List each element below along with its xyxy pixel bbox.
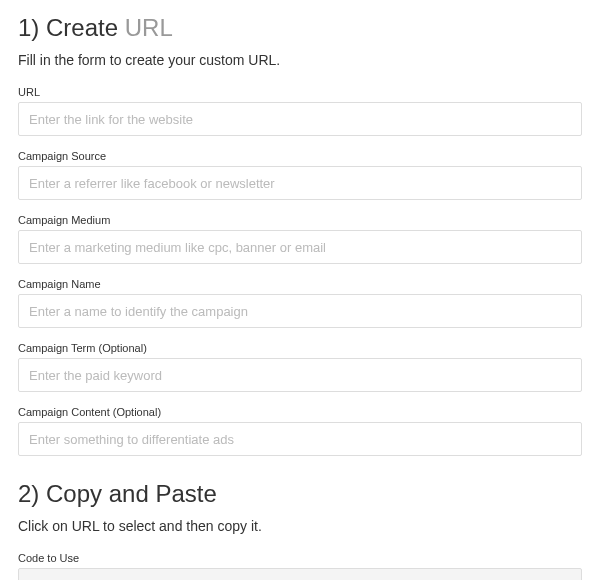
medium-label: Campaign Medium <box>18 214 582 226</box>
name-input[interactable] <box>18 294 582 328</box>
section2-heading: 2) Copy and Paste <box>18 480 582 508</box>
section1-heading-prefix: 1) Create <box>18 14 125 41</box>
content-input[interactable] <box>18 422 582 456</box>
output-label: Code to Use <box>18 552 582 564</box>
section1-heading: 1) Create URL <box>18 14 582 42</box>
term-label: Campaign Term (Optional) <box>18 342 582 354</box>
output-code-input[interactable] <box>18 568 582 580</box>
content-label: Campaign Content (Optional) <box>18 406 582 418</box>
source-input[interactable] <box>18 166 582 200</box>
source-label: Campaign Source <box>18 150 582 162</box>
medium-input[interactable] <box>18 230 582 264</box>
name-label: Campaign Name <box>18 278 582 290</box>
term-input[interactable] <box>18 358 582 392</box>
url-input[interactable] <box>18 102 582 136</box>
section1-lead: Fill in the form to create your custom U… <box>18 52 582 68</box>
section1-heading-highlight: URL <box>125 14 173 41</box>
section2-lead: Click on URL to select and then copy it. <box>18 518 582 534</box>
url-label: URL <box>18 86 582 98</box>
